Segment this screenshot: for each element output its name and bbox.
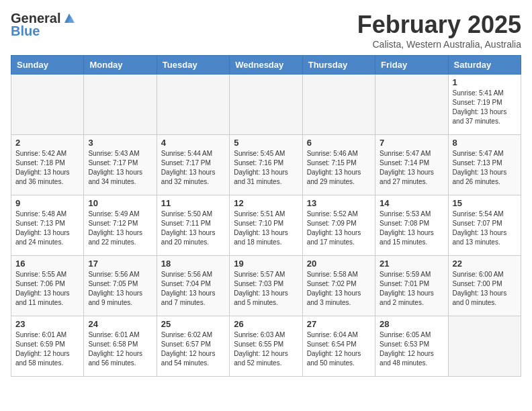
calendar-cell: 18Sunrise: 5:56 AM Sunset: 7:04 PM Dayli… bbox=[157, 256, 229, 316]
cell-info: Sunrise: 5:50 AM Sunset: 7:11 PM Dayligh… bbox=[161, 210, 225, 247]
cell-info: Sunrise: 5:43 AM Sunset: 7:17 PM Dayligh… bbox=[88, 149, 152, 187]
calendar-cell: 26Sunrise: 6:03 AM Sunset: 6:55 PM Dayli… bbox=[230, 316, 302, 377]
day-number: 2 bbox=[15, 138, 79, 148]
day-number: 17 bbox=[88, 259, 152, 269]
day-number: 18 bbox=[161, 259, 225, 269]
calendar-cell: 9Sunrise: 5:48 AM Sunset: 7:13 PM Daylig… bbox=[11, 195, 84, 256]
day-number: 20 bbox=[307, 259, 371, 269]
calendar-cell: 22Sunrise: 6:00 AM Sunset: 7:00 PM Dayli… bbox=[448, 256, 521, 316]
day-number: 12 bbox=[234, 198, 298, 208]
cell-info: Sunrise: 6:02 AM Sunset: 6:57 PM Dayligh… bbox=[161, 330, 225, 368]
calendar-cell bbox=[230, 75, 302, 135]
day-number: 19 bbox=[234, 259, 298, 269]
calendar-header-row: Sunday Monday Tuesday Wednesday Thursday… bbox=[11, 56, 521, 75]
day-number: 5 bbox=[234, 138, 298, 148]
page-header: General Blue February 2025 Calista, West… bbox=[11, 11, 521, 50]
calendar-cell bbox=[11, 75, 84, 135]
location-title: Calista, Western Australia, Australia bbox=[357, 39, 521, 50]
cell-info: Sunrise: 5:47 AM Sunset: 7:14 PM Dayligh… bbox=[380, 149, 443, 187]
calendar-cell: 13Sunrise: 5:52 AM Sunset: 7:09 PM Dayli… bbox=[302, 195, 375, 256]
cell-info: Sunrise: 5:55 AM Sunset: 7:06 PM Dayligh… bbox=[15, 270, 79, 308]
day-number: 7 bbox=[380, 138, 443, 148]
header-sunday: Sunday bbox=[11, 56, 84, 75]
calendar-cell: 2Sunrise: 5:42 AM Sunset: 7:18 PM Daylig… bbox=[11, 135, 84, 195]
calendar-week-row: 1Sunrise: 5:41 AM Sunset: 7:19 PM Daylig… bbox=[11, 75, 521, 135]
calendar-cell: 12Sunrise: 5:51 AM Sunset: 7:10 PM Dayli… bbox=[230, 195, 302, 256]
calendar-cell: 15Sunrise: 5:54 AM Sunset: 7:07 PM Dayli… bbox=[448, 195, 521, 256]
cell-info: Sunrise: 5:46 AM Sunset: 7:15 PM Dayligh… bbox=[307, 149, 371, 187]
day-number: 1 bbox=[453, 77, 517, 87]
day-number: 3 bbox=[88, 138, 152, 148]
cell-info: Sunrise: 6:03 AM Sunset: 6:55 PM Dayligh… bbox=[234, 330, 298, 368]
cell-info: Sunrise: 5:59 AM Sunset: 7:01 PM Dayligh… bbox=[380, 270, 443, 308]
header-friday: Friday bbox=[375, 56, 448, 75]
day-number: 21 bbox=[380, 259, 443, 269]
cell-info: Sunrise: 6:05 AM Sunset: 6:53 PM Dayligh… bbox=[380, 330, 443, 368]
cell-info: Sunrise: 5:44 AM Sunset: 7:17 PM Dayligh… bbox=[161, 149, 225, 187]
calendar-cell: 27Sunrise: 6:04 AM Sunset: 6:54 PM Dayli… bbox=[302, 316, 375, 377]
day-number: 24 bbox=[88, 319, 152, 329]
day-number: 16 bbox=[15, 259, 79, 269]
day-number: 11 bbox=[161, 198, 225, 208]
month-title: February 2025 bbox=[357, 11, 521, 39]
day-number: 27 bbox=[307, 319, 371, 329]
day-number: 8 bbox=[453, 138, 517, 148]
cell-info: Sunrise: 5:45 AM Sunset: 7:16 PM Dayligh… bbox=[234, 149, 298, 187]
day-number: 6 bbox=[307, 138, 371, 148]
day-number: 14 bbox=[380, 198, 443, 208]
day-number: 13 bbox=[307, 198, 371, 208]
calendar-cell: 20Sunrise: 5:58 AM Sunset: 7:02 PM Dayli… bbox=[302, 256, 375, 316]
calendar-cell bbox=[302, 75, 375, 135]
day-number: 26 bbox=[234, 319, 298, 329]
calendar-cell bbox=[84, 75, 157, 135]
calendar-cell: 25Sunrise: 6:02 AM Sunset: 6:57 PM Dayli… bbox=[157, 316, 229, 377]
calendar-cell: 10Sunrise: 5:49 AM Sunset: 7:12 PM Dayli… bbox=[84, 195, 157, 256]
cell-info: Sunrise: 6:01 AM Sunset: 6:58 PM Dayligh… bbox=[88, 330, 152, 368]
calendar-cell: 28Sunrise: 6:05 AM Sunset: 6:53 PM Dayli… bbox=[375, 316, 448, 377]
day-number: 25 bbox=[161, 319, 225, 329]
calendar-cell: 23Sunrise: 6:01 AM Sunset: 6:59 PM Dayli… bbox=[11, 316, 84, 377]
calendar-cell: 7Sunrise: 5:47 AM Sunset: 7:14 PM Daylig… bbox=[375, 135, 448, 195]
cell-info: Sunrise: 5:41 AM Sunset: 7:19 PM Dayligh… bbox=[453, 89, 517, 126]
header-saturday: Saturday bbox=[448, 56, 521, 75]
day-number: 15 bbox=[453, 198, 517, 208]
calendar-cell: 21Sunrise: 5:59 AM Sunset: 7:01 PM Dayli… bbox=[375, 256, 448, 316]
cell-info: Sunrise: 5:56 AM Sunset: 7:04 PM Dayligh… bbox=[161, 270, 225, 308]
calendar-week-row: 9Sunrise: 5:48 AM Sunset: 7:13 PM Daylig… bbox=[11, 195, 521, 256]
cell-info: Sunrise: 5:54 AM Sunset: 7:07 PM Dayligh… bbox=[453, 210, 517, 247]
day-number: 28 bbox=[380, 319, 443, 329]
logo-blue-text: Blue bbox=[11, 24, 40, 39]
cell-info: Sunrise: 5:47 AM Sunset: 7:13 PM Dayligh… bbox=[453, 149, 517, 187]
cell-info: Sunrise: 5:57 AM Sunset: 7:03 PM Dayligh… bbox=[234, 270, 298, 308]
cell-info: Sunrise: 5:49 AM Sunset: 7:12 PM Dayligh… bbox=[88, 210, 152, 247]
header-tuesday: Tuesday bbox=[157, 56, 229, 75]
calendar-cell: 11Sunrise: 5:50 AM Sunset: 7:11 PM Dayli… bbox=[157, 195, 229, 256]
logo: General Blue bbox=[11, 11, 77, 39]
calendar-week-row: 23Sunrise: 6:01 AM Sunset: 6:59 PM Dayli… bbox=[11, 316, 521, 377]
cell-info: Sunrise: 6:04 AM Sunset: 6:54 PM Dayligh… bbox=[307, 330, 371, 368]
cell-info: Sunrise: 5:42 AM Sunset: 7:18 PM Dayligh… bbox=[15, 149, 79, 187]
day-number: 10 bbox=[88, 198, 152, 208]
header-thursday: Thursday bbox=[302, 56, 375, 75]
cell-info: Sunrise: 5:56 AM Sunset: 7:05 PM Dayligh… bbox=[88, 270, 152, 308]
title-area: February 2025 Calista, Western Australia… bbox=[357, 11, 521, 50]
header-monday: Monday bbox=[84, 56, 157, 75]
calendar-cell: 16Sunrise: 5:55 AM Sunset: 7:06 PM Dayli… bbox=[11, 256, 84, 316]
calendar-week-row: 16Sunrise: 5:55 AM Sunset: 7:06 PM Dayli… bbox=[11, 256, 521, 316]
calendar-cell: 1Sunrise: 5:41 AM Sunset: 7:19 PM Daylig… bbox=[448, 75, 521, 135]
calendar-cell: 5Sunrise: 5:45 AM Sunset: 7:16 PM Daylig… bbox=[230, 135, 302, 195]
calendar-cell: 4Sunrise: 5:44 AM Sunset: 7:17 PM Daylig… bbox=[157, 135, 229, 195]
logo-icon bbox=[62, 11, 77, 26]
calendar-cell bbox=[375, 75, 448, 135]
calendar-cell: 14Sunrise: 5:53 AM Sunset: 7:08 PM Dayli… bbox=[375, 195, 448, 256]
calendar-cell: 17Sunrise: 5:56 AM Sunset: 7:05 PM Dayli… bbox=[84, 256, 157, 316]
header-wednesday: Wednesday bbox=[230, 56, 302, 75]
cell-info: Sunrise: 6:01 AM Sunset: 6:59 PM Dayligh… bbox=[15, 330, 79, 368]
calendar-cell: 3Sunrise: 5:43 AM Sunset: 7:17 PM Daylig… bbox=[84, 135, 157, 195]
cell-info: Sunrise: 5:51 AM Sunset: 7:10 PM Dayligh… bbox=[234, 210, 298, 247]
cell-info: Sunrise: 5:52 AM Sunset: 7:09 PM Dayligh… bbox=[307, 210, 371, 247]
cell-info: Sunrise: 5:48 AM Sunset: 7:13 PM Dayligh… bbox=[15, 210, 79, 247]
day-number: 4 bbox=[161, 138, 225, 148]
calendar-cell bbox=[157, 75, 229, 135]
calendar-cell: 24Sunrise: 6:01 AM Sunset: 6:58 PM Dayli… bbox=[84, 316, 157, 377]
